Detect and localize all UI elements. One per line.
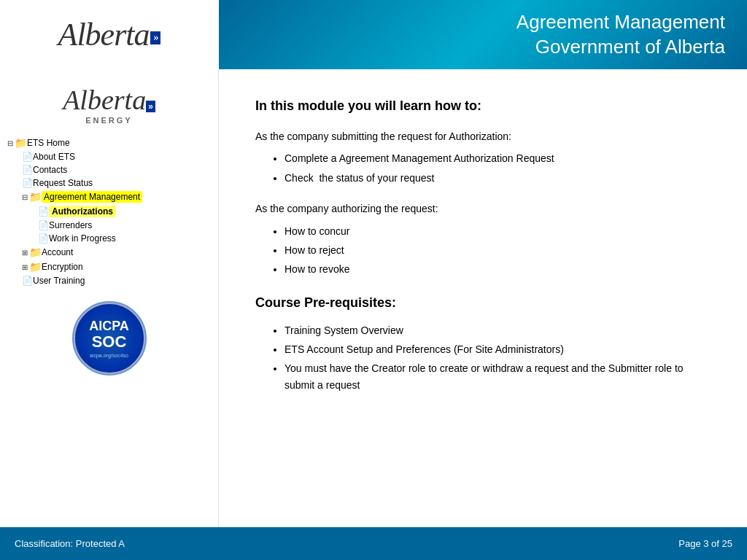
nav-request-status[interactable]: 📄 Request Status xyxy=(7,176,211,190)
sidebar-energy-label: ENERGY xyxy=(63,116,155,125)
nav-encryption[interactable]: ⊞ 📁 Encryption xyxy=(7,260,211,274)
footer: Classification: Protected A Page 3 of 25 xyxy=(0,527,747,560)
authorizing-intro: As the company authorizing the request: xyxy=(255,201,711,217)
doc-icon: 📄 xyxy=(38,206,49,217)
expand-icon: ⊟ xyxy=(7,139,13,147)
nav-label: Account xyxy=(42,247,73,257)
nav-root-label: ETS Home xyxy=(27,138,70,148)
sidebar: Alberta» ENERGY ⊟ 📁 ETS Home 📄 About ETS… xyxy=(0,69,219,527)
nav-about-ets[interactable]: 📄 About ETS xyxy=(7,150,211,163)
nav-label: Request Status xyxy=(33,178,93,188)
nav-authorizations[interactable]: 📄 Authorizations xyxy=(7,204,211,219)
header-logo: Alberta» xyxy=(58,16,161,53)
prereq-bullets-list: Training System Overview ETS Account Set… xyxy=(255,322,711,394)
nav-user-training[interactable]: 📄 User Training xyxy=(7,274,211,287)
list-item: Complete a Agreement Management Authoriz… xyxy=(285,150,711,166)
expand-icon: ⊞ xyxy=(22,249,28,257)
prereq-section: Course Pre-requisites: Training System O… xyxy=(255,292,711,393)
content-heading: In this module you will learn how to: xyxy=(255,98,711,114)
tree-nav: ⊟ 📁 ETS Home 📄 About ETS 📄 Contacts 📄 Re… xyxy=(7,136,211,287)
sidebar-logo: Alberta» ENERGY xyxy=(63,84,155,125)
nav-agreement-management[interactable]: ⊟ 📁 Agreement Management xyxy=(7,190,211,204)
folder-icon: 📁 xyxy=(15,137,27,149)
nav-label: About ETS xyxy=(33,152,75,162)
header: Alberta» Agreement Management Government… xyxy=(0,0,747,69)
expand-icon: ⊞ xyxy=(22,263,28,271)
authorizing-section: As the company authorizing the request: … xyxy=(255,201,711,278)
nav-label-highlighted: Agreement Management xyxy=(42,191,142,203)
list-item: How to reject xyxy=(285,242,711,258)
intro-text: As the company submitting the request fo… xyxy=(255,128,711,144)
folder-icon: 📁 xyxy=(29,246,42,258)
footer-page-number: Page 3 of 25 xyxy=(678,538,732,549)
doc-icon: 📄 xyxy=(22,178,33,188)
doc-icon: 📄 xyxy=(22,276,33,286)
nav-label: Work in Progress xyxy=(49,233,116,244)
header-title-area: Agreement Management Government of Alber… xyxy=(219,0,747,69)
badge-ring xyxy=(72,301,147,376)
nav-label: Encryption xyxy=(42,262,83,272)
nav-label: Contacts xyxy=(33,165,67,175)
expand-icon: ⊟ xyxy=(22,193,28,201)
main-area: Alberta» ENERGY ⊟ 📁 ETS Home 📄 About ETS… xyxy=(0,69,747,527)
nav-contacts[interactable]: 📄 Contacts xyxy=(7,163,211,176)
prereq-heading: Course Pre-requisites: xyxy=(255,292,711,314)
nav-label-active: Authorizations xyxy=(49,206,116,217)
submitting-bullets-list: Complete a Agreement Management Authoriz… xyxy=(255,150,711,186)
aicpa-badge: AICPA SOC aicpa.org/soc4so xyxy=(73,302,146,375)
list-item: How to concur xyxy=(285,223,711,239)
list-item: ETS Account Setup and Preferences (For S… xyxy=(285,341,711,357)
doc-icon: 📄 xyxy=(22,152,33,162)
authorizing-bullets-list: How to concur How to reject How to revok… xyxy=(255,223,711,278)
header-logo-box: » xyxy=(150,31,160,44)
nav-label: Surrenders xyxy=(49,220,92,230)
list-item: Check the status of your request xyxy=(285,170,711,186)
doc-icon: 📄 xyxy=(38,220,49,230)
nav-root[interactable]: ⊟ 📁 ETS Home xyxy=(7,136,211,150)
nav-account[interactable]: ⊞ 📁 Account xyxy=(7,245,211,260)
footer-classification: Classification: Protected A xyxy=(15,538,125,549)
list-item: Training System Overview xyxy=(285,322,711,338)
nav-label: User Training xyxy=(33,276,85,286)
nav-work-in-progress[interactable]: 📄 Work in Progress xyxy=(7,232,211,245)
sidebar-logo-box: » xyxy=(146,101,155,112)
doc-icon: 📄 xyxy=(22,165,33,175)
sidebar-alberta-text: Alberta xyxy=(63,85,146,115)
header-logo-area: Alberta» xyxy=(0,0,219,69)
main-content: In this module you will learn how to: As… xyxy=(219,69,747,527)
list-item: How to revoke xyxy=(285,261,711,277)
submitting-section: As the company submitting the request fo… xyxy=(255,128,711,186)
doc-icon: 📄 xyxy=(38,233,49,244)
folder-icon: 📁 xyxy=(29,261,42,273)
nav-surrenders[interactable]: 📄 Surrenders xyxy=(7,219,211,232)
list-item: You must have the Creator role to create… xyxy=(285,360,711,393)
header-title: Agreement Management Government of Alber… xyxy=(516,10,725,60)
folder-icon: 📁 xyxy=(29,191,42,203)
